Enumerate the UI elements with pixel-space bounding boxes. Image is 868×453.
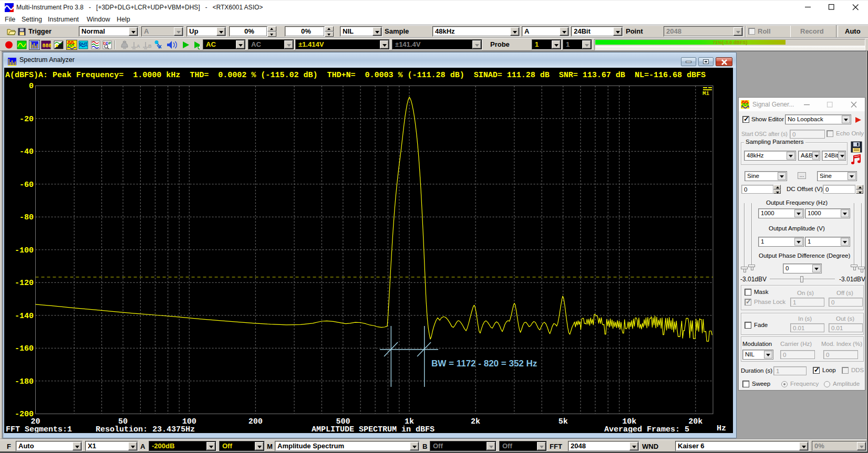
svg-text:Hz: Hz [717, 424, 726, 433]
svg-text:-120: -120 [15, 279, 34, 288]
svg-text:FFT Segments:1 Resolution:: FFT Segments:1 Resolution: 23.4375Hz [6, 425, 195, 433]
svg-text:Averaged Frames: 5: Averaged Frames: 5 [604, 425, 689, 433]
svg-text:-80: -80 [19, 213, 34, 222]
svg-text:888: 888 [43, 43, 52, 49]
svg-text:A: A [137, 44, 140, 49]
svg-text:-140: -140 [15, 312, 34, 321]
svg-text:-60: -60 [19, 181, 34, 189]
svg-text:DDP: DDP [104, 41, 111, 45]
svg-text:A(dBFS)A: Peak Frequency= 1.0: A(dBFS)A: Peak Frequency= 1.0000 kHz THD… [5, 71, 706, 80]
svg-text:0: 0 [29, 82, 34, 91]
svg-text:200: 200 [249, 417, 263, 426]
svg-text:Mi: Mi [702, 90, 710, 97]
svg-text:-160: -160 [15, 344, 34, 353]
svg-text:-20: -20 [19, 115, 34, 124]
svg-text:B: B [148, 44, 152, 49]
svg-text:-100: -100 [15, 246, 34, 255]
svg-text:BW = 1172 - 820 = 352 Hz: BW = 1172 - 820 = 352 Hz [431, 359, 537, 368]
svg-text:5k: 5k [559, 417, 568, 426]
svg-text:AMPLITUDE SPECTRUM in dBFS: AMPLITUDE SPECTRUM in dBFS [312, 425, 435, 433]
svg-text:20k: 20k [688, 417, 702, 426]
svg-text:DUT: DUT [79, 41, 88, 46]
svg-text:-180: -180 [15, 377, 34, 386]
svg-text:-40: -40 [19, 148, 34, 156]
svg-text:2k: 2k [471, 417, 480, 426]
